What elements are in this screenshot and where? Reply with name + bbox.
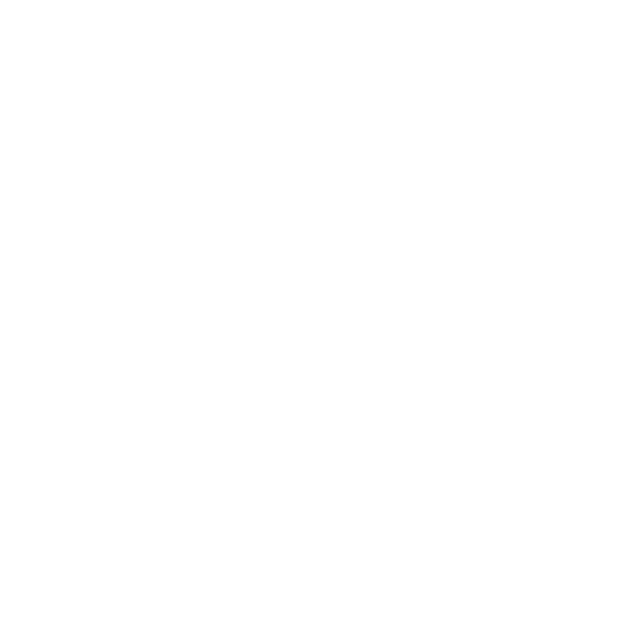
gradient-background [0,0,644,644]
chart-canvas [0,0,644,644]
bottleneck-chart [0,0,644,644]
